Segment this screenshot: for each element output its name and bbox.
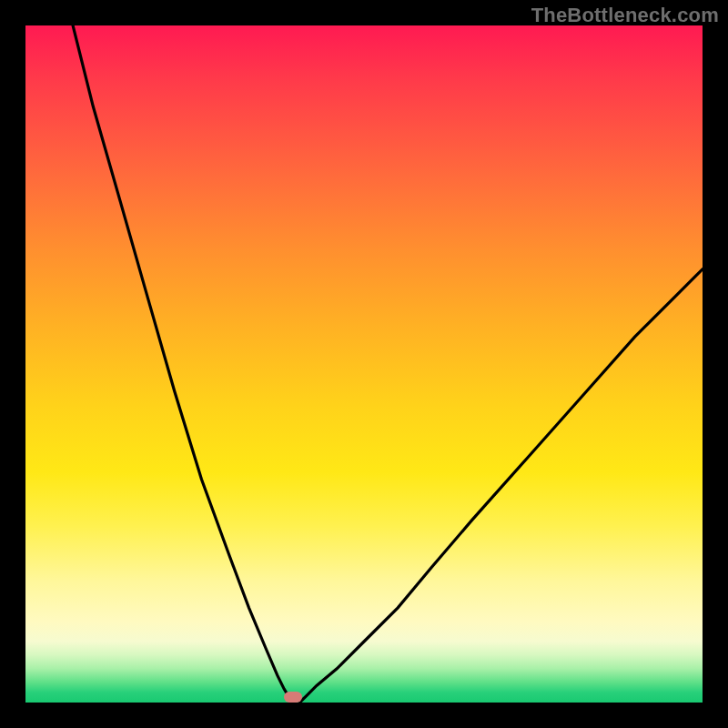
minimum-marker (284, 692, 302, 703)
curve-left-branch (73, 25, 293, 703)
watermark-text: TheBottleneck.com (531, 4, 719, 27)
plot-area (25, 25, 703, 703)
chart-frame: TheBottleneck.com (0, 0, 728, 728)
curve-right-branch (299, 269, 703, 703)
bottleneck-curve (25, 25, 703, 703)
